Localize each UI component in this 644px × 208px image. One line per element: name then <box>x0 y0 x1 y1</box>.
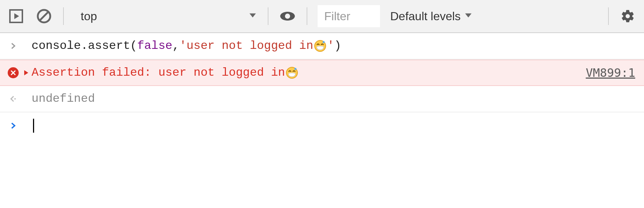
toolbar-divider <box>608 7 609 25</box>
code-token: 'user not logged in <box>179 38 313 54</box>
svg-marker-7 <box>465 13 471 17</box>
return-value: undefined <box>32 91 635 107</box>
svg-point-6 <box>285 14 290 19</box>
expand-triangle-icon[interactable] <box>21 69 32 76</box>
svg-marker-1 <box>14 13 19 19</box>
code-token: ) <box>334 38 341 54</box>
live-expression-icon[interactable] <box>279 7 296 25</box>
code-token: console <box>32 38 81 54</box>
console-error-row: Assertion failed: user not logged in VM8… <box>0 60 644 86</box>
code-token: ' <box>327 38 334 54</box>
toolbar-divider <box>307 7 307 25</box>
input-chevron-icon <box>6 42 21 50</box>
context-selector[interactable]: top <box>74 10 257 23</box>
filter-input[interactable] <box>323 9 371 24</box>
console-input-code: console.assert(false, 'user not logged i… <box>32 38 635 54</box>
console-input-row: console.assert(false, 'user not logged i… <box>0 33 644 60</box>
prompt-chevron-icon <box>6 122 21 129</box>
context-label: top <box>81 10 97 23</box>
error-badge-icon <box>6 67 21 78</box>
text-cursor <box>33 119 34 133</box>
svg-marker-4 <box>249 13 256 17</box>
source-link[interactable]: VM899:1 <box>586 65 635 81</box>
settings-icon[interactable] <box>619 7 637 25</box>
console-return-row: undefined <box>0 86 644 112</box>
mask-emoji-icon <box>286 67 298 79</box>
svg-point-9 <box>323 41 325 43</box>
chevron-down-icon <box>248 10 257 23</box>
toolbar-divider <box>268 7 268 25</box>
toolbar-divider <box>63 7 64 25</box>
code-token: , <box>172 38 179 54</box>
mask-emoji-icon <box>314 40 326 52</box>
filter-box <box>318 5 380 27</box>
svg-line-3 <box>40 12 48 20</box>
svg-point-15 <box>14 98 16 100</box>
console-toolbar: top Default levels <box>0 0 644 33</box>
return-text: undefined <box>32 91 95 107</box>
levels-label: Default levels <box>390 10 461 23</box>
code-token: .assert( <box>81 38 137 54</box>
console-prompt-row[interactable] <box>0 112 644 139</box>
error-message: Assertion failed: user not logged in <box>32 65 586 81</box>
prompt-input-area[interactable] <box>32 119 635 133</box>
error-text: Assertion failed: user not logged in <box>32 65 285 81</box>
log-levels-dropdown[interactable]: Default levels <box>390 10 473 23</box>
svg-point-14 <box>294 68 297 70</box>
toggle-sidebar-icon[interactable] <box>7 7 25 25</box>
chevron-down-icon <box>464 10 473 23</box>
return-chevron-icon <box>6 95 21 103</box>
clear-console-icon[interactable] <box>35 7 53 25</box>
svg-marker-12 <box>24 70 28 75</box>
code-token: false <box>137 38 172 54</box>
